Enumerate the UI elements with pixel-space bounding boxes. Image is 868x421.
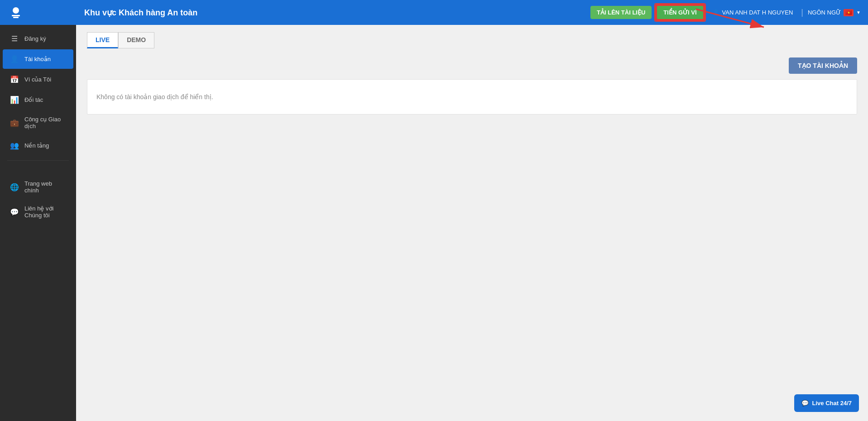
svg-rect-3: [13, 17, 19, 18]
sidebar-label-partner: Đối tác: [24, 96, 43, 103]
sidebar-bottom: 🌐 Trang web chính 💬 Liên hệ với Chúng tô…: [0, 174, 76, 225]
logo-area: [7, 4, 80, 21]
sidebar-label-account: Tài khoản: [24, 56, 51, 62]
header-title: Khu vực Khách hàng An toàn: [80, 8, 590, 18]
sidebar-item-contact[interactable]: 💬 Liên hệ với Chúng tôi: [3, 200, 73, 224]
tab-demo[interactable]: DEMO: [118, 32, 154, 48]
blackbull-logo: [7, 4, 24, 21]
flag-icon: 🇻🇳: [844, 9, 854, 16]
sidebar-divider: [7, 160, 69, 161]
sidebar-label-wallet: Ví của Tôi: [24, 76, 51, 83]
sidebar-item-register[interactable]: ☰ Đăng ký: [3, 29, 73, 48]
live-chat-button[interactable]: 💬 Live Chat 24/7: [794, 394, 859, 412]
header-actions: TẢI LÊN TÀI LIỆU TIỀN GỬI VÍ 👤 VAN ANH D…: [590, 5, 861, 20]
sidebar-label-register: Đăng ký: [24, 35, 46, 42]
tab-live[interactable]: LIVE: [87, 32, 118, 48]
sidebar-item-website[interactable]: 🌐 Trang web chính: [3, 175, 73, 199]
sidebar-label-platform: Nền tảng: [24, 142, 49, 149]
sidebar-item-account[interactable]: 👤 Tài khoản: [3, 49, 73, 69]
sidebar-item-wallet[interactable]: 📅 Ví của Tôi: [3, 70, 73, 89]
sidebar-label-website: Trang web chính: [24, 180, 66, 194]
account-tabs: LIVE DEMO: [87, 32, 857, 48]
chat-icon: 💬: [801, 400, 809, 407]
deposit-wallet-button[interactable]: TIỀN GỬI VÍ: [656, 5, 704, 20]
tools-icon: 💼: [10, 119, 19, 127]
sidebar-label-contact: Liên hệ với Chúng tôi: [24, 205, 66, 219]
header-divider: |: [801, 8, 803, 17]
user-icon: 👤: [712, 9, 719, 16]
website-icon: 🌐: [10, 183, 19, 191]
sidebar-item-platform[interactable]: 👥 Nền tảng: [3, 136, 73, 155]
language-label: NGÔN NGỮ: [808, 9, 841, 16]
upload-documents-button[interactable]: TẢI LÊN TÀI LIỆU: [590, 6, 652, 19]
user-menu[interactable]: 👤 VAN ANH DAT H NGUYEN: [709, 7, 797, 18]
sidebar-item-partner[interactable]: 📊 Đối tác: [3, 90, 73, 110]
wallet-button-wrapper: TIỀN GỬI VÍ: [656, 5, 704, 20]
contact-icon: 💬: [10, 208, 19, 216]
main-layout: ☰ Đăng ký 👤 Tài khoản 📅 Ví của Tôi 📊 Đối…: [0, 25, 868, 421]
create-account-button[interactable]: TẠO TÀI KHOẢN: [789, 57, 857, 74]
partner-icon: 📊: [10, 96, 19, 104]
empty-accounts-box: Không có tài khoản giao dịch để hiển thị…: [87, 79, 857, 115]
wallet-icon: 📅: [10, 75, 19, 84]
user-name: VAN ANH DAT H NGUYEN: [722, 9, 793, 16]
svg-rect-2: [12, 15, 20, 16]
main-content: LIVE DEMO TẠO TÀI KHOẢN Không có tài kho…: [76, 25, 868, 421]
header: Khu vực Khách hàng An toàn TẢI LÊN TÀI L…: [0, 0, 868, 25]
sidebar: ☰ Đăng ký 👤 Tài khoản 📅 Ví của Tôi 📊 Đối…: [0, 25, 76, 421]
register-icon: ☰: [10, 34, 19, 43]
platform-icon: 👥: [10, 141, 19, 150]
sidebar-item-tools[interactable]: 💼 Công cụ Giao dịch: [3, 110, 73, 135]
live-chat-label: Live Chat 24/7: [812, 400, 852, 407]
account-icon: 👤: [10, 55, 19, 63]
sidebar-label-tools: Công cụ Giao dịch: [24, 116, 66, 129]
language-selector[interactable]: NGÔN NGỮ 🇻🇳 ▼: [808, 9, 861, 16]
empty-accounts-text: Không có tài khoản giao dịch để hiển thị…: [96, 93, 848, 100]
svg-point-1: [13, 7, 19, 14]
chevron-down-icon: ▼: [856, 10, 861, 15]
